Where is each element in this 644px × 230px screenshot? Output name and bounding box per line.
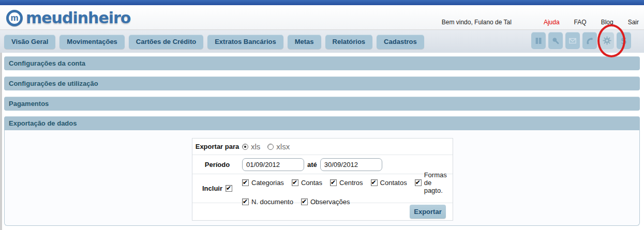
section-header-configuracoes-de-utilizacao[interactable]: Configurações de utilização: [4, 76, 640, 90]
checkbox-observacoes[interactable]: Observações: [301, 198, 350, 206]
export-to-label: Exportar para: [192, 143, 242, 150]
page-edge-strip: [0, 53, 2, 230]
checkbox-formas-de-pagto[interactable]: Formas de pagto.: [415, 171, 447, 194]
export-format-row: Exportar para xls xlsx: [192, 139, 453, 155]
logo-m-icon: m: [6, 10, 23, 26]
header: m meudinheiro Bem vindo, Fulano de Tal A…: [0, 5, 644, 29]
include-row: Incluir Categorias Contas: [192, 174, 453, 203]
nav-tabs: Visão Geral Movimentações Cartões de Cré…: [4, 35, 424, 49]
checkbox-centros-box[interactable]: [330, 179, 337, 186]
format-options: xls xlsx: [242, 142, 297, 151]
checkbox-categorias-box[interactable]: [242, 179, 249, 186]
link-faq[interactable]: FAQ: [574, 19, 587, 26]
tab-movimentacoes[interactable]: Movimentações: [59, 35, 125, 49]
checkbox-contas-box[interactable]: [292, 179, 298, 186]
link-ajuda[interactable]: Ajuda: [544, 19, 560, 26]
mail-button[interactable]: [565, 32, 580, 49]
include-all-checkbox[interactable]: [226, 185, 232, 192]
checkbox-n-documento-label: N. documento: [251, 198, 293, 206]
radio-xlsx[interactable]: xlsx: [267, 142, 290, 151]
search-button[interactable]: [548, 32, 563, 49]
checkbox-formas-de-pagto-box[interactable]: [415, 179, 422, 186]
columns-icon: [534, 37, 543, 45]
dollar-icon: $: [621, 36, 627, 46]
phone-icon: [586, 37, 594, 45]
checkbox-n-documento-box[interactable]: [242, 198, 249, 205]
period-label: Período: [192, 161, 242, 168]
until-label: até: [307, 161, 317, 168]
gear-icon: [603, 36, 611, 45]
tab-visao-geral[interactable]: Visão Geral: [4, 35, 55, 49]
section-header-exportacao-de-dados[interactable]: Exportação de dados: [4, 116, 640, 130]
link-sair[interactable]: Sair: [628, 19, 639, 26]
top-blue-bar: [0, 0, 644, 5]
include-options: Categorias Contas Centros Contatos: [242, 171, 455, 206]
checkbox-categorias[interactable]: Categorias: [242, 179, 284, 187]
logo-text: meudinheiro: [26, 9, 130, 27]
checkbox-contatos[interactable]: Contatos: [371, 179, 407, 187]
checkbox-observacoes-box[interactable]: [301, 198, 308, 205]
checkbox-n-documento[interactable]: N. documento: [242, 198, 293, 206]
link-blog[interactable]: Blog: [601, 19, 613, 26]
section-header-configuracoes-da-conta[interactable]: Configurações da conta: [4, 56, 640, 70]
checkbox-formas-de-pagto-label: Formas de pagto.: [424, 171, 447, 194]
include-label: Incluir: [202, 185, 222, 192]
page: m meudinheiro Bem vindo, Fulano de Tal A…: [0, 0, 644, 230]
radio-xls-label: xls: [251, 142, 260, 151]
export-button[interactable]: Exportar: [410, 205, 446, 219]
checkbox-contatos-box[interactable]: [371, 179, 378, 186]
toolbar-icon-buttons: $: [531, 32, 631, 49]
checkbox-categorias-label: Categorias: [251, 179, 284, 187]
logo[interactable]: m meudinheiro: [6, 9, 130, 27]
checkbox-centros-label: Centros: [339, 179, 363, 187]
period-fields: até: [242, 158, 382, 171]
toolbar: Visão Geral Movimentações Cartões de Cré…: [0, 29, 644, 53]
radio-xls[interactable]: xls: [242, 142, 260, 151]
checkbox-contas[interactable]: Contas: [292, 179, 322, 187]
checkbox-observacoes-label: Observações: [310, 198, 350, 206]
checkbox-centros[interactable]: Centros: [330, 179, 363, 187]
date-from-input[interactable]: [242, 158, 304, 171]
checkbox-contatos-label: Contatos: [380, 179, 407, 187]
export-form: Exportar para xls xlsx Período até: [192, 138, 453, 221]
money-button[interactable]: $: [617, 32, 631, 49]
welcome-text: Bem vindo, Fulano de Tal: [442, 19, 512, 26]
section-header-pagamentos[interactable]: Pagamentos: [4, 97, 640, 111]
tab-cartoes-de-credito[interactable]: Cartões de Crédito: [129, 35, 203, 49]
columns-button[interactable]: [531, 32, 546, 49]
mail-icon: [568, 37, 577, 45]
tab-relatorios[interactable]: Relatórios: [325, 35, 373, 49]
user-links: Bem vindo, Fulano de Tal Ajuda FAQ Blog …: [442, 19, 639, 26]
date-to-input[interactable]: [320, 158, 382, 171]
include-options-line-1: Categorias Contas Centros Contatos: [242, 171, 455, 194]
tab-cadastros[interactable]: Cadastros: [377, 35, 424, 49]
phone-button[interactable]: [582, 32, 597, 49]
radio-xls-control[interactable]: [242, 144, 248, 150]
tab-metas[interactable]: Metas: [288, 35, 321, 49]
tab-extratos-bancarios[interactable]: Extratos Bancários: [207, 35, 283, 49]
radio-xlsx-label: xlsx: [276, 142, 290, 151]
include-label-cell: Incluir: [192, 185, 242, 192]
gear-button[interactable]: [600, 32, 614, 49]
search-icon: [551, 37, 560, 45]
radio-xlsx-control[interactable]: [267, 144, 274, 150]
checkbox-contas-label: Contas: [301, 179, 322, 187]
